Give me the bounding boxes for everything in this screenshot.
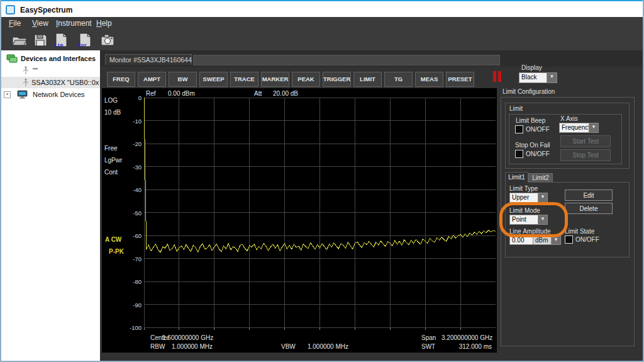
detector-label: LgPwr <box>104 157 122 164</box>
window-title: EasySpectrum <box>20 6 72 14</box>
softkey-meas[interactable]: MEAS <box>415 72 443 87</box>
limit-config-title: Limit Configuration <box>502 88 555 95</box>
softkey-preset[interactable]: PRESET <box>446 72 474 87</box>
menu-help[interactable]: Help <box>96 19 112 28</box>
stop-on-fail-label: Stop On Fail <box>515 142 550 149</box>
device-tree-panel: Devices and Interfaces "" SSA3032X "USB0… <box>1 50 100 361</box>
network-devices-icon <box>16 90 29 99</box>
y-tick-label: -10 <box>115 118 142 125</box>
softkey-ampt[interactable]: AMPT <box>138 72 166 87</box>
y-tick-label: -100 <box>115 324 142 331</box>
limit-mode-dropdown[interactable]: Point ▾ <box>509 215 548 225</box>
tree-root-devices[interactable]: Devices and Interfaces <box>1 53 100 64</box>
edit-button[interactable]: Edit <box>565 189 613 201</box>
app-icon <box>6 5 15 14</box>
ref-value: 0.00 dBm <box>168 90 195 97</box>
correction-file-label: Cor <box>78 42 87 48</box>
limit-state-checkbox[interactable]: ON/OFF <box>565 235 599 244</box>
vbw-value: 1.000000 MHz <box>298 343 348 350</box>
delete-button[interactable]: Delete <box>565 203 613 214</box>
softkey-bw[interactable]: BW <box>169 72 197 87</box>
correction-file-icon[interactable]: Cor <box>77 32 93 48</box>
tab-strip-empty <box>193 55 500 65</box>
limit-state-label: Limit State <box>565 228 594 235</box>
open-file-icon[interactable] <box>11 32 28 48</box>
softkey-freq[interactable]: FREQ <box>107 72 135 87</box>
menu-instrument[interactable]: Instrument <box>56 19 92 28</box>
line-amplitude-input-group[interactable]: 0.00 dBm ▾ <box>509 235 561 245</box>
x-axis-dropdown-value: Frequency <box>559 123 589 133</box>
softkey-marker[interactable]: MARKER <box>261 72 289 87</box>
y-tick-label: -30 <box>115 164 142 171</box>
limit-mode-dropdown-value: Point <box>509 215 538 225</box>
y-tick-label: -50 <box>115 210 142 217</box>
trace-label-pk: P-PK <box>109 248 124 255</box>
softkey-tg[interactable]: TG <box>384 72 413 87</box>
y-tick-label: -20 <box>115 140 142 147</box>
expand-icon[interactable]: + <box>4 91 11 98</box>
tab-limit2[interactable]: Limit2 <box>528 173 553 183</box>
spectrum-chart: Ref 0.00 dBm Att 20.00 dB LOG 10 dB Free… <box>102 88 497 353</box>
display-dropdown[interactable]: Black ▾ <box>519 72 557 83</box>
span-value: 3.200000000 GHz <box>441 334 492 341</box>
tree-item-empty-device[interactable]: "" <box>1 65 100 76</box>
tree-item-ssa3032x[interactable]: SSA3032X "USB0::0xF4EC::0 <box>1 77 100 88</box>
chevron-down-icon: ▾ <box>538 215 548 225</box>
rbw-value: 1.000000 MHz <box>162 343 213 350</box>
limit-type-dropdown[interactable]: Upper ▾ <box>509 193 548 203</box>
tree-item-network-devices[interactable]: + Network Devices <box>1 89 100 100</box>
softkey-trace[interactable]: TRACE <box>230 72 258 87</box>
per-div-label: 10 dB <box>104 109 121 116</box>
limit-beep-checkbox[interactable]: ON/OFF <box>515 125 550 133</box>
usb-icon <box>22 78 30 87</box>
spectrum-plot <box>144 98 496 332</box>
y-tick-label: -60 <box>115 232 142 239</box>
chevron-down-icon: ▾ <box>589 123 599 133</box>
limit-file-icon[interactable]: Lim <box>53 32 69 48</box>
limit-mode-label: Limit Mode <box>509 207 540 214</box>
y-tick-label: 0 <box>115 94 142 101</box>
att-value: 20.00 dB <box>273 90 298 97</box>
pause-icon[interactable] <box>493 71 502 82</box>
limit-beep-label: Limit Beep <box>516 117 545 124</box>
swt-label: SWT <box>421 343 435 350</box>
save-file-icon[interactable] <box>32 32 48 48</box>
limit-type-dropdown-value: Upper <box>509 193 538 203</box>
swt-value: 312.000 ms <box>441 343 492 350</box>
softkey-trigger[interactable]: TRIGGER <box>323 72 351 87</box>
vbw-label: VBW <box>281 343 296 350</box>
x-axis-label: X Axis <box>560 115 578 122</box>
monitor-tab[interactable]: Monitor #SSA3XJB4160644 <box>105 54 192 65</box>
title-bar: EasySpectrum <box>1 1 643 17</box>
checkbox-icon <box>565 235 573 244</box>
screenshot-camera-icon[interactable] <box>99 32 116 48</box>
softkey-peak[interactable]: PEAK <box>292 72 320 87</box>
menu-view[interactable]: View <box>32 19 48 28</box>
usb-icon <box>22 66 30 75</box>
span-label: Span <box>421 334 436 341</box>
y-tick-label: -40 <box>115 186 142 193</box>
menu-file[interactable]: File <box>9 19 21 28</box>
chevron-down-icon: ▾ <box>538 193 548 203</box>
stop-test-button[interactable]: Stop Test <box>560 149 611 161</box>
tab-limit1[interactable]: Limit1 <box>505 172 528 183</box>
start-test-button[interactable]: Start Test <box>560 135 611 147</box>
display-label: Display <box>521 64 542 71</box>
att-label: Att <box>254 90 262 97</box>
stop-on-fail-checkbox[interactable]: ON/OFF <box>515 150 550 158</box>
limit-file-label: Lim <box>54 42 63 48</box>
line-amplitude-label: Line Amplitude <box>509 228 551 235</box>
limit-group-label: Limit <box>509 105 523 112</box>
checkbox-icon <box>515 150 523 158</box>
y-tick-label: -80 <box>115 278 142 285</box>
y-tick-label: -70 <box>115 256 142 263</box>
toolbar: Lim Cor <box>1 30 643 50</box>
softkey-limit[interactable]: LIMIT <box>353 72 382 87</box>
x-axis-dropdown[interactable]: Frequency ▾ <box>559 123 599 133</box>
line-amplitude-input[interactable]: 0.00 <box>509 235 533 245</box>
center-value: 1.600000000 GHz <box>162 334 213 341</box>
menu-bar: File View Instrument Help <box>1 17 643 30</box>
softkey-sweep[interactable]: SWEEP <box>199 72 228 87</box>
limit-type-label: Limit Type <box>509 185 538 192</box>
chevron-down-icon: ▾ <box>547 72 557 83</box>
